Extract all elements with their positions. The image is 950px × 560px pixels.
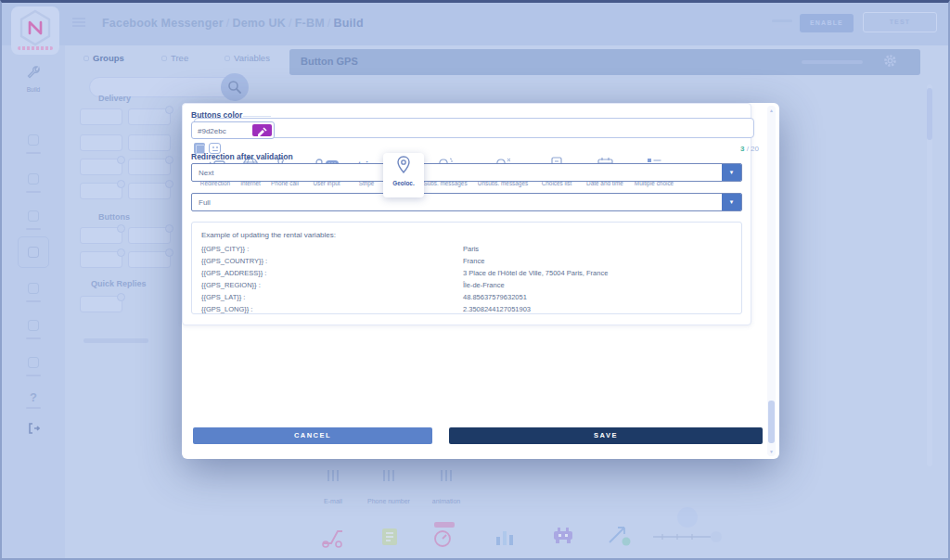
chevron-down-icon[interactable]: ▼: [722, 164, 741, 181]
redirection-label: Redirection after validation: [191, 152, 293, 161]
buttons-color-input[interactable]: #9d2ebc: [191, 121, 275, 139]
scroll-down-icon[interactable]: ▼: [767, 449, 776, 454]
selected-value: Full: [199, 198, 211, 207]
color-picker-button[interactable]: [252, 124, 272, 136]
scroll-up-icon[interactable]: ▲: [767, 108, 776, 113]
type-geoloc-selected[interactable]: Geoloc.: [383, 153, 424, 197]
selected-value: Next: [199, 169, 213, 177]
example-title: Example of updating the rental variables…: [201, 231, 336, 239]
example-row: {{GPS_CITY}} :Paris: [201, 245, 479, 253]
modal-scrollbar-thumb[interactable]: [768, 401, 775, 443]
character-counter: 3 / 20: [740, 145, 759, 153]
eyedropper-icon: [256, 126, 268, 136]
example-row: {{GPS_LAT}} :48.85637579632051: [201, 293, 527, 301]
type-search-input[interactable]: [194, 118, 754, 138]
display-select[interactable]: Full ▼: [191, 193, 742, 211]
example-row: {{GPS_COUNTRY}} :France: [201, 257, 484, 265]
save-button[interactable]: SAVE: [449, 427, 763, 444]
redirection-select[interactable]: Next ▼: [191, 163, 742, 182]
example-row: {{GPS_LONG}} :2.3508244127051903: [201, 305, 531, 313]
chevron-down-icon[interactable]: ▼: [722, 194, 741, 210]
example-row: {{GPS_REGION}} :Île-de-France: [201, 281, 505, 289]
modal-scrollbar[interactable]: ▲ ▼: [767, 106, 776, 456]
color-value: #9d2ebc: [198, 127, 226, 135]
app-root: Facebook Messenger/Demo UK/F-BM/Build EN…: [0, 0, 950, 560]
block-settings-modal: 3 / 20 Redirection Internet Phone call U…: [182, 103, 779, 459]
example-row: {{GPS_ADDRESS}} :3 Place de l'Hôtel de V…: [201, 269, 608, 277]
cancel-button[interactable]: CANCEL: [193, 427, 432, 444]
location-pin-icon: [383, 153, 424, 177]
buttons-color-label: Buttons color: [191, 110, 242, 120]
variables-example-box: Example of updating the rental variables…: [191, 222, 742, 314]
